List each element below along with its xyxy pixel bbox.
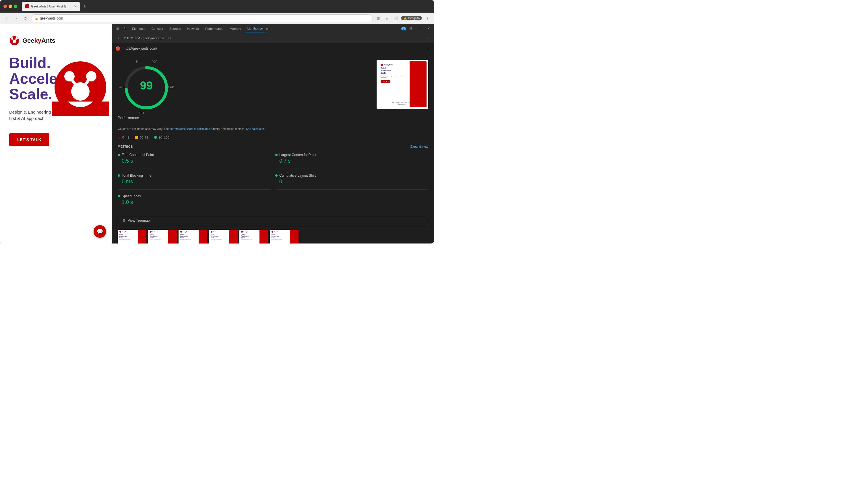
devtools-subheader: + 2:16:23 PM · geekyants.com ⊘ ⋮ (112, 33, 434, 43)
overflow-icon[interactable]: ⋮ (417, 26, 423, 32)
metric-tbt: Total Blocking Time 0 ms (118, 173, 271, 190)
screenshot-preview: GeekyAnts Build.Accelerate.Scale. Design… (378, 61, 427, 107)
tab-sources[interactable]: Sources (166, 25, 184, 32)
thumb-inner-3: GeekyAnts Build.Accelerate.Scale. Design… (209, 230, 238, 244)
metric-si: Speed Index 1.0 s (118, 194, 271, 210)
cast-icon[interactable]: ⊡ (375, 15, 381, 22)
thumbnails-row: GeekyAnts Build.Accelerate.Scale. Design… (118, 230, 428, 244)
logo-icon (9, 36, 20, 46)
metrics-grid: First Contentful Paint 0.5 s Largest Con… (118, 153, 428, 210)
metric-cls-dot (275, 174, 278, 177)
metrics-header: METRICS Expand view (118, 145, 428, 148)
devtools-tab-bar: ⊡ 📱 Elements Console Sources Network Per… (112, 24, 434, 33)
minimize-button[interactable] (9, 5, 12, 8)
devtools-inspect-icon[interactable]: ⊡ (114, 26, 121, 32)
metric-lcp-value: 0.7 s (279, 158, 428, 164)
calculator-link[interactable]: See calculator. (246, 127, 265, 130)
address-bar[interactable]: 🔒 geekyants.com (31, 14, 373, 22)
label-fcp: FCP (152, 60, 157, 63)
hero-illustration (52, 59, 109, 116)
view-treemap-button[interactable]: ⊞ View Treemap (118, 216, 428, 225)
legend-pass: 90–100 (154, 136, 169, 139)
settings-icon[interactable]: ⚙ (408, 26, 414, 32)
cta-button[interactable]: LET'S TALK (9, 133, 50, 146)
legend-average-range: 50–89 (140, 136, 148, 139)
menu-icon[interactable]: ⋮ (424, 15, 431, 22)
expand-view-button[interactable]: Expand view (410, 145, 428, 148)
lighthouse-page-icon: 🔴 (115, 46, 120, 51)
metric-cls-name: Cumulative Layout Shift (275, 173, 428, 177)
thumbnail-4: GeekyAnts Build.Accelerate.Scale. Design… (239, 230, 268, 244)
score-value: 99 (140, 79, 153, 92)
devtools-url-bar: 🔴 https://geekyants.com/ ⋮ (112, 43, 434, 54)
metric-lcp-dot (275, 154, 278, 156)
title-bar: GeekyAnts | User-First & AI-... ✕ + (0, 0, 434, 12)
thumbnail-1: GeekyAnts Build.Accelerate.Scale. Design… (148, 230, 177, 244)
score-section: SI FCP CLS LCP TBT (118, 60, 428, 120)
more-tabs-icon[interactable]: » (266, 27, 268, 30)
close-devtools-icon[interactable]: ✕ (425, 26, 432, 32)
browser-window: GeekyAnts | User-First & AI-... ✕ + ‹ › … (0, 0, 434, 244)
metric-si-name: Speed Index (118, 194, 271, 198)
site-logo: GeekyAnts (9, 36, 103, 46)
forward-button[interactable]: › (12, 15, 20, 22)
thumb-inner-1: GeekyAnts Build.Accelerate.Scale. Design… (148, 230, 177, 244)
tab-elements[interactable]: Elements (129, 25, 148, 32)
tab-bar: GeekyAnts | User-First & AI-... ✕ + (22, 2, 431, 11)
screenshot-inner: GeekyAnts Build.Accelerate.Scale. Design… (378, 61, 427, 107)
tab-favicon (25, 4, 29, 8)
extensions-icon[interactable]: ⬜ (392, 15, 399, 22)
tab-lighthouse[interactable]: Lighthouse (245, 25, 266, 32)
metric-tbt-name: Total Blocking Time (118, 173, 271, 177)
overflow-sub-icon[interactable]: ⋮ (424, 35, 431, 41)
back-button[interactable]: ‹ (3, 15, 10, 22)
incognito-label: Incognito (408, 17, 420, 20)
score-circle-wrapper: SI FCP CLS LCP TBT (118, 60, 175, 120)
screenshot-thumbnail: GeekyAnts Build.Accelerate.Scale. Design… (377, 60, 428, 109)
logo-text: GeekyAnts (22, 37, 55, 44)
cancel-icon[interactable]: ⊘ (166, 35, 173, 41)
badge-count: 1 (401, 27, 406, 30)
legend-average: 50–89 (135, 136, 148, 139)
toolbar: ‹ › ↺ 🔒 geekyants.com ⊡ ☆ ⬜ 🕵️ Incognito… (0, 12, 434, 24)
ant-illustration-svg (52, 59, 109, 116)
thumbnail-2: GeekyAnts Build.Accelerate.Scale. Design… (179, 230, 207, 244)
tab-performance[interactable]: Performance (203, 25, 226, 32)
active-tab[interactable]: GeekyAnts | User-First & AI-... ✕ (22, 2, 80, 11)
add-icon[interactable]: + (115, 35, 122, 41)
lighthouse-content[interactable]: SI FCP CLS LCP TBT (112, 54, 434, 244)
devtools-tabs: Elements Console Sources Network Perform… (129, 25, 398, 32)
devtools-device-icon[interactable]: 📱 (122, 26, 128, 32)
reload-button[interactable]: ↺ (22, 15, 29, 22)
devtools-url-text: https://geekyants.com/ (123, 46, 157, 51)
metric-fcp: First Contentful Paint 0.5 s (118, 153, 271, 169)
url-more-icon[interactable]: ⋮ (424, 45, 431, 52)
treemap-label: View Treemap (128, 219, 150, 223)
metric-si-value: 1.0 s (122, 199, 271, 205)
tab-network[interactable]: Network (185, 25, 202, 32)
bookmark-icon[interactable]: ☆ (384, 15, 390, 22)
label-tbt: TBT (139, 111, 144, 115)
devtools-right-sub-icons: ⋮ (424, 35, 431, 41)
url-text: geekyants.com (40, 17, 63, 20)
close-button[interactable] (3, 5, 7, 8)
timestamp-text: 2:16:23 PM · geekyants.com (124, 36, 164, 40)
toolbar-actions: ⊡ ☆ ⬜ 🕵️ Incognito ⋮ (375, 15, 431, 22)
legend-square-icon (135, 136, 138, 139)
devtools-right-icons: 1 ⚙ ⋮ ✕ (401, 26, 432, 32)
perf-score-link[interactable]: performance score is calculated (169, 127, 210, 130)
new-tab-button[interactable]: + (81, 3, 88, 10)
metric-lcp: Largest Contentful Paint 0.7 s (275, 153, 428, 169)
traffic-lights (3, 5, 17, 8)
tab-close-icon[interactable]: ✕ (74, 5, 76, 8)
thumb-inner-5: GeekyAnts Build.Accelerate.Scale. Design… (270, 230, 299, 244)
thumb-inner-0: GeekyAnts Build.Accelerate.Scale. Design… (118, 230, 146, 244)
legend-dot-icon (154, 136, 157, 139)
thumbnail-0: GeekyAnts Build.Accelerate.Scale. Design… (118, 230, 146, 244)
chat-bubble[interactable]: 💬 (94, 225, 106, 238)
tab-console[interactable]: Console (149, 25, 166, 32)
website-panel: GeekyAnts Build. Accelerate. Scale. Desi… (0, 24, 112, 244)
legend-fail-range: 0–49 (122, 136, 129, 139)
tab-memory[interactable]: Memory (227, 25, 244, 32)
maximize-button[interactable] (14, 5, 17, 8)
